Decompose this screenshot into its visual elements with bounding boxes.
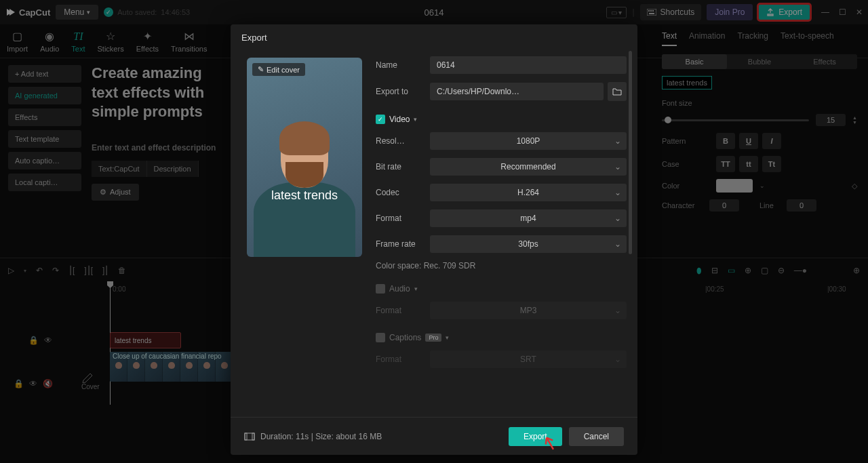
checkbox-on-icon[interactable]: ✓ — [376, 115, 385, 124]
video-section-toggle[interactable]: ✓ Video ▾ — [376, 115, 627, 124]
bitrate-select[interactable]: Recommended — [430, 158, 627, 176]
modal-scrollbar[interactable] — [629, 51, 632, 254]
captions-format-label: Format — [376, 355, 430, 364]
colorspace-info: Color space: Rec. 709 SDR — [376, 261, 627, 270]
name-input[interactable]: 0614 — [430, 56, 627, 74]
name-label: Name — [376, 60, 430, 70]
export-modal: Export ✎Edit cover latest trends Name 06… — [231, 24, 637, 455]
checkbox-off-icon[interactable] — [376, 333, 385, 342]
codec-label: Codec — [376, 188, 430, 197]
exportto-input[interactable]: C:/Users/HP/Downlo… — [430, 83, 604, 100]
chevron-down-icon: ▾ — [414, 285, 418, 292]
captions-section-toggle[interactable]: Captions Pro ▾ — [376, 333, 627, 342]
audio-format-label: Format — [376, 306, 430, 315]
folder-icon — [612, 87, 622, 96]
edit-cover-button[interactable]: ✎Edit cover — [252, 63, 305, 76]
checkbox-off-icon[interactable] — [376, 284, 385, 294]
film-icon — [244, 432, 255, 441]
modal-title: Export — [231, 24, 637, 51]
bitrate-label: Bit rate — [376, 162, 430, 172]
codec-select[interactable]: H.264 — [430, 184, 627, 201]
resolution-label: Resol… — [376, 136, 430, 146]
svg-rect-5 — [245, 433, 254, 440]
modal-cancel-button[interactable]: Cancel — [569, 427, 624, 446]
export-cover-preview: ✎Edit cover latest trends — [247, 58, 362, 257]
audio-format-select: MP3 — [430, 302, 627, 319]
duration-info: Duration: 11s | Size: about 16 MB — [244, 432, 382, 441]
format-select[interactable]: mp4 — [430, 209, 627, 227]
framerate-label: Frame rate — [376, 239, 430, 249]
format-label: Format — [376, 214, 430, 223]
browse-folder-button[interactable] — [608, 82, 627, 101]
chevron-down-icon: ▾ — [446, 334, 449, 341]
pencil-icon: ✎ — [258, 65, 264, 74]
captions-format-select: SRT — [430, 350, 627, 368]
cover-overlay-text: latest trends — [271, 188, 338, 203]
pro-badge: Pro — [425, 334, 441, 342]
svg-rect-6 — [245, 433, 247, 440]
resolution-select[interactable]: 1080P — [430, 132, 627, 150]
audio-section-toggle[interactable]: Audio ▾ — [376, 284, 627, 294]
framerate-select[interactable]: 30fps — [430, 235, 627, 253]
chevron-down-icon: ▾ — [414, 116, 417, 123]
svg-rect-7 — [252, 433, 254, 440]
exportto-label: Export to — [376, 87, 430, 96]
